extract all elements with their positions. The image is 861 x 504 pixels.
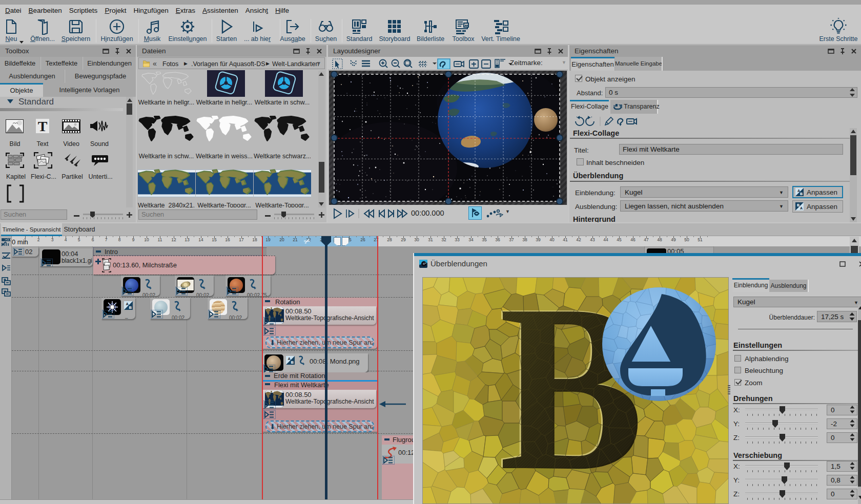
svg-text:A: A <box>800 206 803 210</box>
svg-text:B: B <box>800 192 803 196</box>
svg-text:B: B <box>797 203 799 207</box>
svg-text:T: T <box>38 119 48 133</box>
svg-text:B: B <box>291 360 294 365</box>
svg-text:B: B <box>129 305 132 310</box>
